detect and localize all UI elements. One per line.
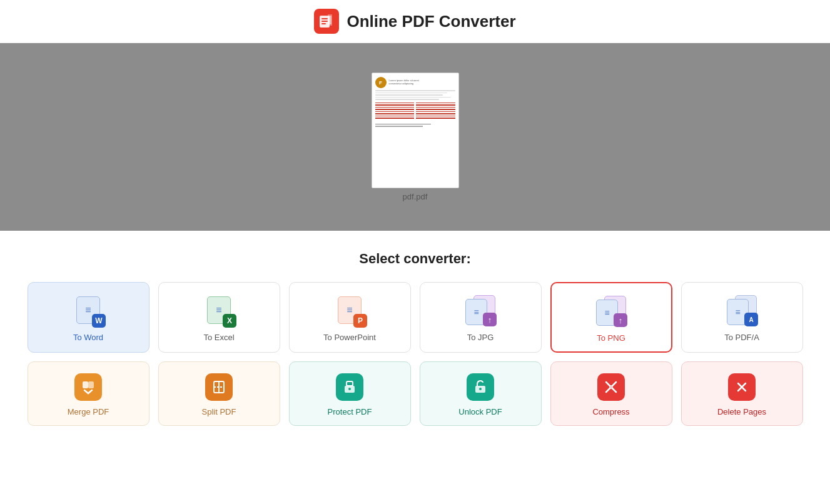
converter-card-to-png[interactable]: ↑ To PNG <box>550 282 672 353</box>
converter-grid: W To Word X To Excel P To PowerPoint <box>28 282 803 426</box>
split-pdf-icon <box>205 373 233 401</box>
compress-label: Compress <box>592 407 629 416</box>
protect-pdf-icon <box>336 373 363 401</box>
svg-rect-1 <box>321 18 328 19</box>
merge-pdf-label: Merge PDF <box>68 407 109 416</box>
merge-pdf-icon <box>74 373 102 401</box>
pdf-thumbnail-wrapper: F Lorem ipsum dolor sit ametconsectetur … <box>372 73 459 201</box>
pdf-filename: pdf.pdf <box>403 192 428 201</box>
unlock-pdf-label: Unlock PDF <box>458 407 502 416</box>
converter-card-unlock[interactable]: Unlock PDF <box>420 361 542 426</box>
converter-card-protect[interactable]: Protect PDF <box>289 361 411 426</box>
converter-card-to-word[interactable]: W To Word <box>28 282 149 353</box>
svg-point-12 <box>348 388 351 390</box>
to-jpg-icon: ↑ <box>464 294 497 326</box>
converter-card-to-excel[interactable]: X To Excel <box>158 282 280 353</box>
converter-card-to-jpg[interactable]: ↑ To JPG <box>420 282 542 353</box>
header: Online PDF Converter <box>0 0 830 43</box>
svg-rect-10 <box>347 381 353 386</box>
to-word-label: To Word <box>73 333 103 342</box>
converter-section: Select converter: W To Word X To Excel P <box>0 231 830 445</box>
svg-rect-4 <box>328 16 331 24</box>
converter-card-delete[interactable]: Delete Pages <box>681 361 803 426</box>
preview-area: F Lorem ipsum dolor sit ametconsectetur … <box>0 43 830 231</box>
pdf-thumbnail: F Lorem ipsum dolor sit ametconsectetur … <box>372 73 459 188</box>
split-pdf-label: Split PDF <box>202 407 236 416</box>
to-jpg-label: To JPG <box>467 333 494 342</box>
to-ppt-label: To PowerPoint <box>323 333 376 342</box>
to-pdfa-icon: A <box>726 294 758 326</box>
delete-pages-icon <box>728 373 756 401</box>
app-title: Online PDF Converter <box>347 12 515 31</box>
to-word-icon: W <box>72 294 104 326</box>
protect-pdf-label: Protect PDF <box>328 407 372 416</box>
svg-rect-2 <box>321 21 328 22</box>
to-excel-label: To Excel <box>203 333 234 342</box>
svg-rect-5 <box>83 381 88 388</box>
to-png-icon: ↑ <box>595 295 627 327</box>
converter-title: Select converter: <box>25 251 805 267</box>
to-ppt-icon: P <box>333 294 366 326</box>
app-logo <box>314 9 339 34</box>
converter-card-compress[interactable]: Compress <box>550 361 672 426</box>
converter-card-split[interactable]: Split PDF <box>158 361 280 426</box>
to-png-label: To PNG <box>597 333 625 343</box>
to-excel-icon: X <box>203 294 235 326</box>
unlock-pdf-icon <box>467 373 494 401</box>
svg-rect-6 <box>88 381 94 388</box>
to-pdfa-label: To PDF/A <box>724 333 759 342</box>
converter-card-to-pdfa[interactable]: A To PDF/A <box>681 282 803 353</box>
svg-point-14 <box>479 388 482 390</box>
converter-card-merge[interactable]: Merge PDF <box>28 361 149 426</box>
delete-pages-label: Delete Pages <box>717 407 766 416</box>
converter-card-to-ppt[interactable]: P To PowerPoint <box>289 282 411 353</box>
compress-icon <box>597 373 625 401</box>
svg-rect-3 <box>321 23 326 24</box>
svg-rect-15 <box>609 385 613 389</box>
